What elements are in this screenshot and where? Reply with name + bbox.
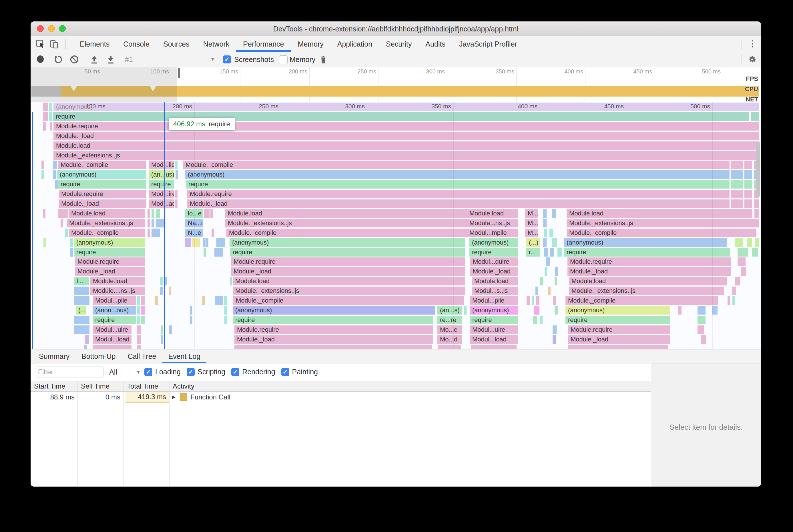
flame-bar[interactable]: require: [470, 316, 518, 324]
flame-bar[interactable]: [169, 287, 171, 295]
flame-bar[interactable]: Module._compile: [69, 229, 145, 237]
flame-bar[interactable]: (anonymous): [74, 238, 145, 247]
flame-bar[interactable]: [55, 180, 58, 189]
flame-bar[interactable]: require: [564, 248, 730, 256]
flame-bar[interactable]: Module.load: [69, 209, 145, 218]
flame-bar[interactable]: [754, 209, 759, 218]
flame-bar[interactable]: Mo...e: [437, 325, 462, 334]
flame-bar[interactable]: [533, 316, 537, 324]
flame-bar[interactable]: [741, 267, 746, 276]
flame-bar[interactable]: (anonymous): [469, 238, 518, 247]
flame-bar[interactable]: [70, 238, 73, 247]
flame-bar[interactable]: [735, 238, 743, 247]
flame-bar[interactable]: require: [230, 248, 465, 256]
tab-console[interactable]: Console: [116, 36, 156, 52]
flame-bar[interactable]: [151, 229, 160, 237]
flame-bar[interactable]: [230, 277, 233, 285]
flame-bar[interactable]: Module.require: [187, 190, 730, 198]
flame-bar[interactable]: Module._load: [568, 335, 670, 344]
flame-bar[interactable]: [50, 122, 52, 131]
flame-bar[interactable]: [534, 306, 539, 315]
flame-bar[interactable]: Module._compile: [226, 229, 467, 237]
flame-bar[interactable]: [536, 296, 539, 305]
flame-bar[interactable]: [438, 345, 461, 349]
flame-bar[interactable]: [203, 238, 205, 247]
flame-bar[interactable]: [735, 277, 740, 285]
flame-bar[interactable]: require: [53, 112, 749, 121]
flame-bar[interactable]: [755, 238, 759, 247]
checkbox-rendering[interactable]: ✓: [231, 368, 239, 376]
flame-bar[interactable]: Module._load: [235, 335, 433, 344]
flame-bar[interactable]: [41, 170, 44, 179]
record-button[interactable]: [37, 55, 44, 63]
flame-bar[interactable]: Modul...uire: [93, 325, 131, 334]
flame-bar[interactable]: require: [74, 248, 145, 256]
flame-bar[interactable]: [744, 160, 752, 169]
selection-handle[interactable]: [178, 68, 180, 78]
flame-bar[interactable]: [161, 335, 163, 344]
flame-bar[interactable]: Module.require: [568, 258, 731, 266]
flame-bar[interactable]: Module.require: [75, 258, 145, 266]
flame-bar[interactable]: [85, 335, 89, 344]
flame-bar[interactable]: [731, 190, 743, 198]
flame-bar[interactable]: [553, 296, 556, 305]
flame-bar[interactable]: [224, 296, 227, 305]
tab-audits[interactable]: Audits: [419, 36, 452, 52]
flame-bar[interactable]: [555, 277, 557, 285]
flame-bar[interactable]: [175, 160, 178, 169]
flame-bar[interactable]: Module._load: [231, 267, 465, 276]
profile-select-arrow-icon[interactable]: ▼: [210, 57, 215, 62]
flame-bar[interactable]: [41, 160, 44, 169]
flame-bar[interactable]: [732, 287, 736, 295]
flame-bar[interactable]: [53, 170, 56, 179]
flame-bar[interactable]: [548, 287, 551, 295]
flame-bar[interactable]: [151, 209, 154, 218]
load-profile-icon[interactable]: [90, 55, 99, 65]
flame-bar[interactable]: [210, 209, 213, 218]
flame-bar[interactable]: require: [149, 180, 174, 189]
flame-bar[interactable]: Module.load: [467, 209, 518, 218]
flame-bar[interactable]: [137, 296, 140, 305]
flame-bar[interactable]: [555, 306, 558, 315]
flame-bar[interactable]: [43, 122, 46, 131]
flame-bar[interactable]: require: [233, 316, 433, 324]
flame-bar[interactable]: [543, 219, 547, 227]
flame-bar[interactable]: [141, 316, 145, 324]
flame-bar[interactable]: Modul...mpile: [467, 229, 518, 237]
flame-bar[interactable]: [49, 102, 52, 111]
flame-bar[interactable]: [137, 325, 141, 334]
flame-bar[interactable]: [535, 287, 538, 295]
flame-bar[interactable]: (an...s): [437, 306, 462, 315]
flame-bar[interactable]: [550, 248, 554, 256]
category-select-arrow-icon[interactable]: ▼: [136, 363, 141, 381]
flame-bar[interactable]: [544, 229, 547, 237]
flame-bar[interactable]: Module._compile: [183, 160, 730, 169]
flame-bar[interactable]: [752, 248, 758, 256]
flame-bar[interactable]: [175, 200, 178, 208]
flame-bar[interactable]: [137, 306, 140, 315]
flame-bar[interactable]: [161, 325, 163, 334]
vertical-scrollbar-thumb[interactable]: [756, 141, 760, 197]
flame-bar[interactable]: [215, 248, 223, 256]
flame-bar[interactable]: Na...r: [185, 219, 203, 227]
flame-bar[interactable]: Module._compile: [566, 296, 718, 305]
flame-bar[interactable]: Module.require: [235, 325, 433, 334]
flame-bar[interactable]: [74, 287, 89, 295]
flame-bar[interactable]: [543, 238, 547, 247]
flame-bar[interactable]: M...: [525, 229, 538, 237]
col-self-time[interactable]: Self Time: [81, 381, 110, 392]
col-activity[interactable]: Activity: [173, 381, 195, 392]
flame-bar[interactable]: [540, 316, 542, 324]
flame-bar[interactable]: r...: [526, 248, 540, 256]
flame-bar[interactable]: l...: [74, 277, 89, 285]
tab-memory[interactable]: Memory: [291, 36, 330, 52]
flame-bar[interactable]: Module.load: [90, 277, 145, 285]
flame-bar[interactable]: Module.load: [569, 277, 727, 285]
device-toolbar-icon[interactable]: [50, 39, 59, 49]
flame-bar[interactable]: [215, 296, 223, 305]
timeline-overview[interactable]: 50 ms100 ms150 ms200 ms250 ms300 ms350 m…: [31, 67, 761, 102]
flame-bar[interactable]: [175, 190, 178, 198]
flame-bar[interactable]: [698, 316, 705, 324]
flame-bar[interactable]: Module._load: [470, 267, 518, 276]
flame-bar[interactable]: [137, 335, 141, 344]
